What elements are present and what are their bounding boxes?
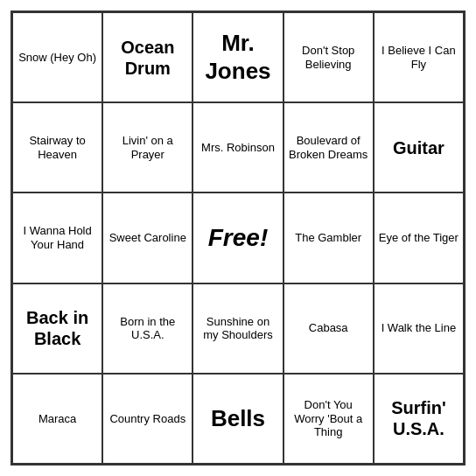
cell-label-8: Boulevard of Broken Dreams — [288, 134, 369, 161]
cell-label-4: I Believe I Can Fly — [378, 44, 459, 71]
cell-label-7: Mrs. Robinson — [201, 141, 275, 155]
bingo-cell-0[interactable]: Snow (Hey Oh) — [12, 12, 102, 102]
bingo-cell-6[interactable]: Livin' on a Prayer — [102, 102, 192, 192]
bingo-cell-20[interactable]: Maraca — [12, 374, 102, 464]
cell-label-12: Free! — [208, 223, 268, 253]
bingo-cell-8[interactable]: Boulevard of Broken Dreams — [284, 102, 374, 192]
cell-label-13: The Gambler — [295, 231, 361, 245]
cell-label-2: Mr. Jones — [197, 30, 278, 84]
bingo-cell-10[interactable]: I Wanna Hold Your Hand — [12, 192, 102, 283]
cell-label-9: Guitar — [393, 137, 444, 158]
cell-label-10: I Wanna Hold Your Hand — [17, 224, 98, 251]
cell-label-23: Don't You Worry 'Bout a Thing — [288, 398, 369, 439]
bingo-cell-1[interactable]: Ocean Drum — [102, 12, 192, 102]
bingo-cell-24[interactable]: Surfin' U.S.A. — [374, 374, 464, 464]
bingo-cell-5[interactable]: Stairway to Heaven — [12, 102, 102, 192]
bingo-cell-16[interactable]: Born in the U.S.A. — [102, 284, 192, 374]
bingo-cell-21[interactable]: Country Roads — [102, 374, 192, 464]
cell-label-20: Maraca — [38, 412, 76, 426]
cell-label-6: Livin' on a Prayer — [107, 134, 188, 161]
bingo-cell-9[interactable]: Guitar — [374, 102, 464, 192]
bingo-cell-14[interactable]: Eye of the Tiger — [374, 192, 464, 283]
bingo-cell-3[interactable]: Don't Stop Believing — [284, 12, 374, 102]
bingo-cell-19[interactable]: I Walk the Line — [374, 284, 464, 374]
bingo-cell-15[interactable]: Back in Black — [12, 284, 102, 374]
cell-label-17: Sunshine on my Shoulders — [197, 315, 278, 342]
bingo-cell-23[interactable]: Don't You Worry 'Bout a Thing — [284, 374, 374, 464]
cell-label-14: Eye of the Tiger — [379, 231, 458, 245]
cell-label-21: Country Roads — [109, 412, 186, 426]
cell-label-18: Cabasa — [309, 321, 348, 335]
cell-label-19: I Walk the Line — [382, 321, 457, 335]
bingo-cell-13[interactable]: The Gambler — [284, 192, 374, 283]
cell-label-0: Snow (Hey Oh) — [18, 51, 96, 65]
bingo-cell-12[interactable]: Free! — [192, 192, 283, 283]
cell-label-11: Sweet Caroline — [109, 231, 186, 245]
bingo-cell-7[interactable]: Mrs. Robinson — [192, 102, 283, 192]
bingo-cell-17[interactable]: Sunshine on my Shoulders — [192, 284, 283, 374]
bingo-cell-18[interactable]: Cabasa — [284, 284, 374, 374]
bingo-cell-11[interactable]: Sweet Caroline — [102, 192, 192, 283]
bingo-card: Snow (Hey Oh)Ocean DrumMr. JonesDon't St… — [10, 10, 466, 466]
cell-label-22: Bells — [211, 405, 265, 432]
cell-label-24: Surfin' U.S.A. — [378, 397, 459, 439]
cell-label-15: Back in Black — [17, 307, 98, 349]
cell-label-1: Ocean Drum — [107, 37, 188, 79]
cell-label-3: Don't Stop Believing — [288, 44, 369, 71]
bingo-cell-2[interactable]: Mr. Jones — [192, 12, 283, 102]
bingo-cell-22[interactable]: Bells — [192, 374, 283, 464]
cell-label-5: Stairway to Heaven — [17, 134, 98, 161]
bingo-cell-4[interactable]: I Believe I Can Fly — [374, 12, 464, 102]
cell-label-16: Born in the U.S.A. — [107, 315, 188, 342]
